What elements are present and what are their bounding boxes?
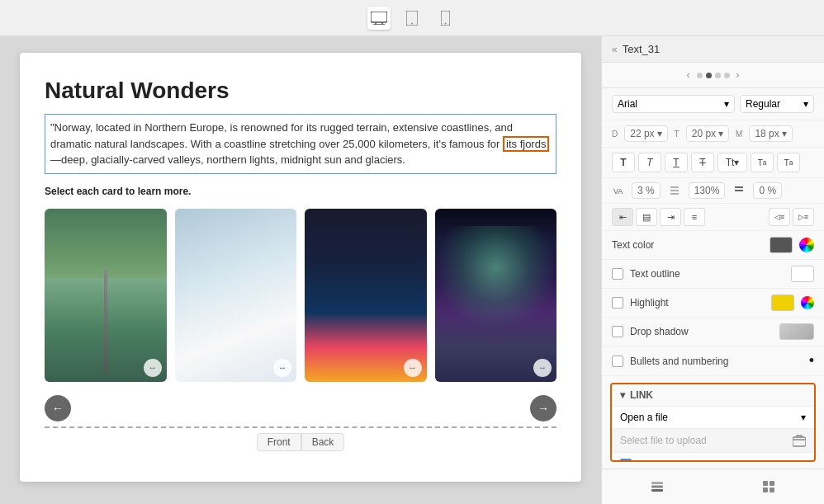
card-2-icon[interactable]: ↔ — [273, 359, 291, 377]
right-panel: « Text_31 ‹ › Arial ▾ Regular ▾ D — [601, 36, 824, 504]
open-window-checkbox[interactable]: ✓ — [620, 459, 632, 462]
card-3[interactable]: ↔ — [305, 209, 427, 382]
grid-icon[interactable] — [758, 476, 779, 497]
card-4-icon[interactable]: ↔ — [533, 359, 552, 377]
size-d-value: 22 px — [630, 128, 654, 139]
size-t-value: 20 px — [692, 128, 716, 139]
desktop-device-button[interactable] — [367, 7, 391, 30]
size-d-control[interactable]: 22 px ▾ — [624, 125, 667, 142]
highlight-row: Highlight — [602, 289, 824, 318]
bullets-label: Bullets and numbering — [630, 356, 728, 367]
text-outline-swatch[interactable] — [791, 266, 814, 282]
mobile-device-button[interactable] — [433, 7, 457, 30]
svg-rect-19 — [770, 481, 774, 486]
link-open-window-row: ✓ Open in new window — [612, 452, 814, 462]
paragraph-spacing-control[interactable]: 0 % — [753, 182, 782, 199]
svg-rect-15 — [651, 489, 663, 492]
back-button[interactable]: Back — [301, 433, 345, 451]
svg-rect-21 — [770, 488, 774, 492]
link-collapse-icon: ▾ — [620, 389, 625, 401]
link-header[interactable]: ▾ LINK — [612, 384, 814, 406]
pagination-prev[interactable]: ‹ — [684, 69, 694, 81]
carousel-prev-button[interactable]: ← — [45, 395, 71, 422]
size-m-label: M — [736, 130, 742, 139]
line-height-icon — [669, 185, 680, 196]
card-1[interactable]: ↔ — [45, 209, 167, 382]
highlight-color-picker[interactable] — [801, 296, 814, 309]
pagination-row: ‹ › — [602, 63, 824, 88]
pagination-next[interactable]: › — [733, 69, 743, 81]
highlight-swatch[interactable] — [771, 294, 794, 311]
text-outline-checkbox[interactable] — [612, 268, 623, 280]
dashed-divider — [45, 426, 556, 428]
text-case-button[interactable]: Tt▾ — [717, 153, 747, 172]
drop-shadow-swatch[interactable] — [779, 323, 814, 340]
indent-decrease-button[interactable]: ◁≡ — [769, 208, 790, 226]
text-block[interactable]: "Norway, located in Northern Europe, is … — [45, 114, 556, 174]
link-section-label: LINK — [630, 389, 653, 401]
align-right-button[interactable]: ⇥ — [660, 208, 681, 226]
letter-spacing-control[interactable]: 3 % — [632, 182, 661, 199]
paragraph-text-before: "Norway, located in Northern Europe, is … — [50, 121, 513, 150]
card-2[interactable]: ↔ — [175, 209, 297, 382]
svg-rect-17 — [651, 482, 663, 484]
card-4[interactable]: ↔ — [435, 209, 557, 382]
text-bold-button[interactable]: T — [612, 153, 635, 172]
main-area: Natural Wonders "Norway, located in Nort… — [0, 36, 824, 504]
font-family-select[interactable]: Arial ▾ — [612, 95, 735, 113]
drop-shadow-checkbox[interactable] — [612, 326, 623, 337]
size-d-label: D — [612, 130, 618, 139]
tablet-device-button[interactable] — [400, 7, 424, 30]
card-3-icon[interactable]: ↔ — [404, 359, 422, 377]
text-italic-button[interactable]: T — [638, 153, 661, 172]
spacing-row: VA 3 % 130% 0 % — [602, 178, 824, 204]
link-file-input-row[interactable]: Select file to upload — [612, 428, 814, 452]
align-center-button[interactable]: ▤ — [636, 208, 657, 226]
dot-2 — [706, 73, 712, 78]
align-left-button[interactable]: ⇤ — [612, 208, 633, 226]
paragraph-text-after: —deep, glacially-carved valleys, norther… — [50, 153, 405, 166]
bullets-checkbox[interactable] — [612, 356, 623, 367]
size-d-chevron: ▾ — [657, 128, 662, 139]
size-m-control[interactable]: 18 px ▾ — [749, 125, 792, 142]
text-underline-button[interactable]: T — [665, 153, 688, 172]
link-section: ▾ LINK Open a file ▾ Select file to uplo… — [610, 383, 816, 462]
dot-1 — [697, 73, 703, 78]
dot-4 — [724, 73, 730, 78]
size-m-chevron: ▾ — [782, 128, 787, 139]
paragraph-spacing-icon — [733, 185, 745, 196]
text-style-row: T T T T Tt▾ Ta Ta — [602, 148, 824, 178]
link-type-label: Open a file — [620, 412, 668, 423]
size-row: D 22 px ▾ T 20 px ▾ M 18 px ▾ — [602, 120, 824, 148]
font-style-chevron: ▾ — [803, 98, 808, 110]
size-t-chevron: ▾ — [718, 128, 723, 139]
font-family-chevron: ▾ — [724, 98, 729, 110]
text-superscript-button[interactable]: Ta — [751, 153, 774, 172]
indent-increase-button[interactable]: ▷≡ — [793, 208, 814, 226]
letter-spacing-value: 3 % — [637, 185, 655, 196]
svg-rect-14 — [793, 437, 806, 446]
text-color-picker[interactable] — [799, 238, 814, 252]
text-subscript-button[interactable]: Ta — [777, 153, 800, 172]
text-color-swatch[interactable] — [770, 237, 793, 253]
line-height-control[interactable]: 130% — [689, 182, 726, 199]
font-style-select[interactable]: Regular ▾ — [740, 95, 814, 113]
text-color-row: Text color — [602, 231, 824, 260]
align-justify-button[interactable]: ≡ — [684, 208, 705, 226]
panel-collapse-icon[interactable]: « — [612, 44, 618, 55]
text-strikethrough-button[interactable]: T — [691, 153, 714, 172]
svg-text:VA: VA — [613, 187, 623, 195]
font-family-value: Arial — [618, 98, 637, 110]
layers-icon[interactable] — [646, 476, 668, 497]
card-1-icon[interactable]: ↔ — [144, 359, 162, 377]
drop-shadow-row: Drop shadow — [602, 318, 824, 346]
device-toolbar — [0, 0, 824, 36]
front-button[interactable]: Front — [257, 433, 301, 451]
carousel-next-button[interactable]: → — [530, 395, 556, 422]
highlight-checkbox[interactable] — [612, 297, 623, 309]
link-type-dropdown[interactable]: Open a file ▾ — [612, 406, 814, 428]
svg-rect-12 — [735, 186, 743, 188]
size-t-control[interactable]: 20 px ▾ — [686, 125, 729, 142]
text-outline-label: Text outline — [630, 268, 680, 280]
text-outline-row: Text outline — [602, 260, 824, 289]
